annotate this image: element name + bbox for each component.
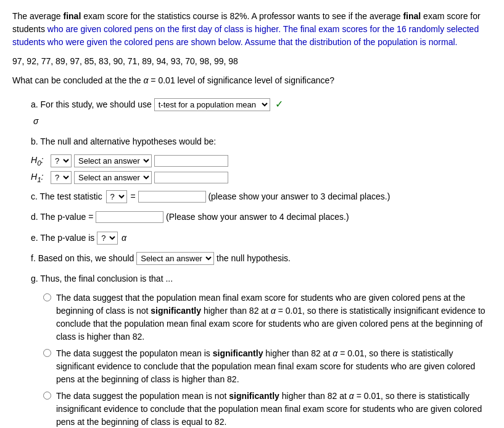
pvalue-comparison-select[interactable]: ? < > =	[97, 232, 118, 245]
part-f-suffix: the null hypothesis.	[217, 253, 291, 263]
h0-value-input[interactable]	[154, 155, 228, 167]
h0-answer-select[interactable]: Select an answer = ≠ < > ≤ ≥	[74, 154, 152, 167]
sigma-symbol: σ	[33, 116, 38, 126]
part-d-hint: (Please show your answer to 4 decimal pl…	[166, 212, 349, 222]
radio-2-input[interactable]	[43, 349, 51, 357]
h1-value-input[interactable]	[154, 172, 228, 183]
part-f: f. Based on this, we should Select an an…	[31, 251, 492, 266]
part-a-label: a. For this study, we should use	[31, 99, 152, 109]
intro-paragraph: The average final exam score for the sta…	[12, 10, 492, 49]
part-e-label: e. The p-value is	[31, 233, 97, 243]
radio-3-text: The data suggest the population mean is …	[56, 390, 492, 428]
equals-sign: =	[130, 191, 138, 201]
part-g-label: g. Thus, the final conclusion is that ..…	[31, 274, 173, 283]
part-b-label: b. The null and alternative hypotheses w…	[31, 136, 216, 146]
hypothesis-decision-select[interactable]: Select an answer reject fail to reject	[136, 252, 214, 265]
pvalue-input[interactable]	[96, 211, 163, 223]
part-g: g. Thus, the final conclusion is that ..…	[31, 271, 492, 287]
part-f-label: f. Based on this, we should	[31, 253, 136, 263]
test-stat-input[interactable]	[138, 191, 206, 203]
study-type-select[interactable]: t-test for a population mean z-test for …	[154, 98, 270, 111]
part-d: d. The p-value = (Please show your answe…	[31, 209, 492, 225]
part-b: b. The null and alternative hypotheses w…	[31, 134, 492, 149]
radio-3-input[interactable]	[43, 392, 51, 400]
data-values: 97, 92, 77, 89, 97, 85, 83, 90, 71, 89, …	[12, 55, 492, 68]
h1-row: H1: ? = ≠ < > ≤ ≥ Select an answer = ≠ <…	[31, 171, 492, 184]
part-a: a. For this study, we should use t-test …	[31, 96, 492, 129]
part-e: e. The p-value is ? < > = α	[31, 230, 492, 246]
radio-option-3: The data suggest the population mean is …	[43, 390, 492, 428]
part-c-label: c. The test statistic	[31, 191, 102, 201]
radio-2-text: The data suggest the populaton mean is s…	[56, 347, 492, 386]
h1-symbol-select[interactable]: ? = ≠ < > ≤ ≥	[51, 171, 72, 184]
h0-row: H0: ? = ≠ < > ≤ ≥ Select an answer = ≠ <…	[31, 154, 492, 167]
h0-label: H0:	[31, 155, 48, 167]
h1-answer-select[interactable]: Select an answer = ≠ < > ≤ ≥	[74, 171, 152, 184]
checkmark-icon: ✓	[275, 99, 283, 109]
h1-label: H1:	[31, 172, 48, 183]
part-c-hint: (please show your answer to 3 decimal pl…	[208, 191, 390, 201]
significance-question: What can be concluded at the the α = 0.0…	[12, 74, 492, 87]
radio-1-input[interactable]	[43, 293, 51, 301]
h0-symbol-select[interactable]: ? = ≠ < > ≤ ≥	[51, 154, 72, 167]
radio-1-text: The data suggest that the population mea…	[56, 292, 492, 343]
radio-option-2: The data suggest the populaton mean is s…	[43, 347, 492, 386]
test-stat-symbol-select[interactable]: ? t z	[106, 190, 127, 203]
radio-option-1: The data suggest that the population mea…	[43, 292, 492, 343]
part-d-label: d. The p-value =	[31, 212, 96, 222]
part-c: c. The test statistic ? t z = (please sh…	[31, 189, 492, 204]
alpha-symbol: α	[122, 233, 126, 243]
